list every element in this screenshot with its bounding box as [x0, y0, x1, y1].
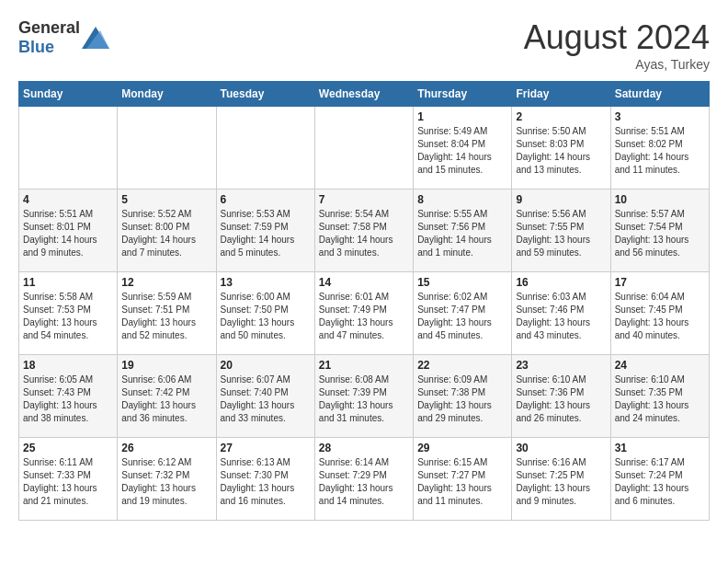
day-number: 6 [221, 193, 311, 206]
day-content: Sunrise: 6:06 AM Sunset: 7:42 PM Dayligh… [121, 373, 211, 425]
day-number: 26 [121, 442, 211, 454]
day-number: 12 [121, 276, 211, 289]
day-number: 5 [121, 193, 211, 206]
day-content: Sunrise: 6:03 AM Sunset: 7:46 PM Dayligh… [516, 291, 606, 342]
day-cell: 21Sunrise: 6:08 AM Sunset: 7:39 PM Dayli… [314, 355, 413, 438]
logo-icon [82, 27, 109, 49]
day-cell [19, 107, 118, 190]
day-content: Sunrise: 5:56 AM Sunset: 7:55 PM Dayligh… [516, 208, 606, 259]
day-number: 1 [417, 110, 507, 123]
day-content: Sunrise: 5:57 AM Sunset: 7:54 PM Dayligh… [615, 208, 705, 259]
day-cell [118, 107, 216, 190]
day-cell: 20Sunrise: 6:07 AM Sunset: 7:40 PM Dayli… [216, 355, 314, 438]
header-row: SundayMondayTuesdayWednesdayThursdayFrid… [19, 82, 710, 107]
day-number: 3 [615, 110, 705, 123]
logo-blue: Blue [18, 38, 54, 56]
day-content: Sunrise: 6:02 AM Sunset: 7:47 PM Dayligh… [417, 291, 507, 342]
day-cell [314, 107, 413, 190]
day-number: 20 [221, 359, 311, 372]
day-content: Sunrise: 6:16 AM Sunset: 7:25 PM Dayligh… [516, 456, 606, 508]
day-content: Sunrise: 6:13 AM Sunset: 7:30 PM Dayligh… [221, 456, 311, 508]
day-number: 16 [516, 276, 606, 289]
day-number: 19 [121, 359, 211, 372]
day-content: Sunrise: 5:51 AM Sunset: 8:02 PM Dayligh… [615, 125, 705, 177]
day-number: 23 [516, 359, 606, 372]
day-number: 18 [23, 359, 113, 372]
day-header-saturday: Saturday [610, 82, 709, 107]
day-number: 27 [221, 442, 311, 454]
week-row-2: 4Sunrise: 5:51 AM Sunset: 8:01 PM Daylig… [19, 190, 710, 272]
day-number: 13 [221, 276, 311, 289]
day-content: Sunrise: 5:50 AM Sunset: 8:03 PM Dayligh… [516, 125, 606, 177]
day-content: Sunrise: 6:08 AM Sunset: 7:39 PM Dayligh… [319, 373, 409, 425]
week-row-5: 25Sunrise: 6:11 AM Sunset: 7:33 PM Dayli… [19, 438, 710, 521]
day-cell: 22Sunrise: 6:09 AM Sunset: 7:38 PM Dayli… [414, 355, 512, 438]
week-row-4: 18Sunrise: 6:05 AM Sunset: 7:43 PM Dayli… [19, 355, 710, 438]
day-content: Sunrise: 5:53 AM Sunset: 7:59 PM Dayligh… [221, 208, 311, 259]
day-content: Sunrise: 5:58 AM Sunset: 7:53 PM Dayligh… [23, 291, 113, 342]
day-cell: 3Sunrise: 5:51 AM Sunset: 8:02 PM Daylig… [610, 107, 709, 190]
day-number: 4 [23, 193, 113, 206]
day-header-monday: Monday [118, 82, 216, 107]
day-number: 17 [615, 276, 705, 289]
day-cell: 8Sunrise: 5:55 AM Sunset: 7:56 PM Daylig… [414, 190, 512, 272]
day-content: Sunrise: 5:59 AM Sunset: 7:51 PM Dayligh… [121, 291, 211, 342]
day-cell: 15Sunrise: 6:02 AM Sunset: 7:47 PM Dayli… [414, 272, 512, 355]
day-content: Sunrise: 6:15 AM Sunset: 7:27 PM Dayligh… [417, 456, 507, 508]
day-header-thursday: Thursday [414, 82, 512, 107]
day-number: 24 [615, 359, 705, 372]
day-cell: 12Sunrise: 5:59 AM Sunset: 7:51 PM Dayli… [118, 272, 216, 355]
day-number: 15 [417, 276, 507, 289]
day-number: 22 [417, 359, 507, 372]
day-content: Sunrise: 6:10 AM Sunset: 7:35 PM Dayligh… [615, 373, 705, 425]
day-number: 2 [516, 110, 606, 123]
day-cell: 4Sunrise: 5:51 AM Sunset: 8:01 PM Daylig… [19, 190, 118, 272]
month-year: August 2024 [524, 18, 710, 57]
day-content: Sunrise: 6:01 AM Sunset: 7:49 PM Dayligh… [319, 291, 409, 342]
day-cell: 28Sunrise: 6:14 AM Sunset: 7:29 PM Dayli… [314, 438, 413, 521]
day-cell: 30Sunrise: 6:16 AM Sunset: 7:25 PM Dayli… [512, 438, 610, 521]
day-cell: 17Sunrise: 6:04 AM Sunset: 7:45 PM Dayli… [610, 272, 709, 355]
week-row-3: 11Sunrise: 5:58 AM Sunset: 7:53 PM Dayli… [19, 272, 710, 355]
day-cell: 23Sunrise: 6:10 AM Sunset: 7:36 PM Dayli… [512, 355, 610, 438]
day-number: 8 [417, 193, 507, 206]
day-cell: 5Sunrise: 5:52 AM Sunset: 8:00 PM Daylig… [118, 190, 216, 272]
day-content: Sunrise: 6:04 AM Sunset: 7:45 PM Dayligh… [615, 291, 705, 342]
day-content: Sunrise: 6:09 AM Sunset: 7:38 PM Dayligh… [417, 373, 507, 425]
day-number: 29 [417, 442, 507, 454]
day-cell: 6Sunrise: 5:53 AM Sunset: 7:59 PM Daylig… [216, 190, 314, 272]
day-content: Sunrise: 6:12 AM Sunset: 7:32 PM Dayligh… [121, 456, 211, 508]
day-content: Sunrise: 5:49 AM Sunset: 8:04 PM Dayligh… [417, 125, 507, 177]
day-number: 10 [615, 193, 705, 206]
day-header-sunday: Sunday [19, 82, 118, 107]
day-content: Sunrise: 6:05 AM Sunset: 7:43 PM Dayligh… [23, 373, 113, 425]
week-row-1: 1Sunrise: 5:49 AM Sunset: 8:04 PM Daylig… [19, 107, 710, 190]
day-number: 21 [319, 359, 409, 372]
day-header-wednesday: Wednesday [314, 82, 413, 107]
calendar-body: 1Sunrise: 5:49 AM Sunset: 8:04 PM Daylig… [19, 107, 710, 521]
day-cell: 13Sunrise: 6:00 AM Sunset: 7:50 PM Dayli… [216, 272, 314, 355]
day-cell: 26Sunrise: 6:12 AM Sunset: 7:32 PM Dayli… [118, 438, 216, 521]
day-number: 9 [516, 193, 606, 206]
day-cell: 31Sunrise: 6:17 AM Sunset: 7:24 PM Dayli… [610, 438, 709, 521]
day-number: 30 [516, 442, 606, 454]
day-content: Sunrise: 5:55 AM Sunset: 7:56 PM Dayligh… [417, 208, 507, 259]
logo-general: General [18, 18, 80, 37]
day-cell: 18Sunrise: 6:05 AM Sunset: 7:43 PM Dayli… [19, 355, 118, 438]
day-cell: 10Sunrise: 5:57 AM Sunset: 7:54 PM Dayli… [610, 190, 709, 272]
day-cell: 9Sunrise: 5:56 AM Sunset: 7:55 PM Daylig… [512, 190, 610, 272]
day-cell: 7Sunrise: 5:54 AM Sunset: 7:58 PM Daylig… [314, 190, 413, 272]
day-number: 11 [23, 276, 113, 289]
day-cell: 29Sunrise: 6:15 AM Sunset: 7:27 PM Dayli… [414, 438, 512, 521]
day-header-tuesday: Tuesday [216, 82, 314, 107]
day-content: Sunrise: 6:00 AM Sunset: 7:50 PM Dayligh… [221, 291, 311, 342]
day-content: Sunrise: 5:52 AM Sunset: 8:00 PM Dayligh… [121, 208, 211, 259]
logo: General Blue [18, 18, 109, 57]
calendar-table: SundayMondayTuesdayWednesdayThursdayFrid… [18, 81, 710, 521]
day-content: Sunrise: 6:10 AM Sunset: 7:36 PM Dayligh… [516, 373, 606, 425]
title-block: August 2024 Ayas, Turkey [524, 18, 710, 72]
day-cell: 16Sunrise: 6:03 AM Sunset: 7:46 PM Dayli… [512, 272, 610, 355]
day-number: 31 [615, 442, 705, 454]
day-content: Sunrise: 6:17 AM Sunset: 7:24 PM Dayligh… [615, 456, 705, 508]
day-content: Sunrise: 5:54 AM Sunset: 7:58 PM Dayligh… [319, 208, 409, 259]
